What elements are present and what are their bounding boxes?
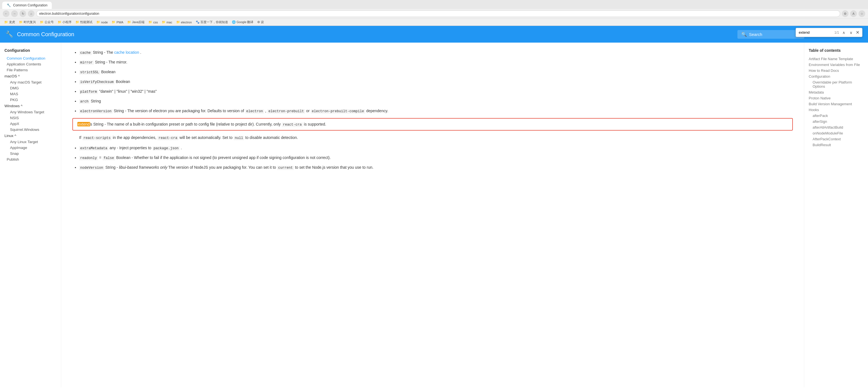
toc-item-afterpackcontext[interactable]: AfterPackContext xyxy=(809,136,864,142)
bookmark-electron[interactable]: 📁 electron xyxy=(175,20,193,25)
code-null: null xyxy=(234,136,244,140)
folder-icon: 📁 xyxy=(19,20,23,24)
sidebar-item-file-patterns[interactable]: File Patterns xyxy=(4,67,57,73)
find-prev-button[interactable]: ∧ xyxy=(841,30,846,35)
toc-item-hooks[interactable]: Hooks xyxy=(809,107,864,113)
bookmark-shidaifuxing[interactable]: 📁 时代复兴 xyxy=(18,20,37,25)
search-box[interactable]: 🔍 Search xyxy=(738,30,804,39)
dep-text: dependency. xyxy=(366,109,388,113)
bookmarks-bar: 📁 龙虎 📁 时代复兴 📁 公众号 📁 小程序 📁 性能测试 📁 node 📁 … xyxy=(0,19,868,26)
desc-platform: "darwin" | "linux" | "win32" | "mas" xyxy=(99,89,157,94)
tab-icon: 🔧 xyxy=(7,3,11,7)
link-cache-location[interactable]: cache location xyxy=(114,50,139,55)
bookmark-google-translate[interactable]: 🌐 Google 翻译 xyxy=(230,20,255,25)
toc-item-artifact[interactable]: Artifact File Name Template xyxy=(809,56,864,62)
back-button[interactable]: ← xyxy=(3,10,9,17)
find-next-button[interactable]: ∨ xyxy=(848,30,854,35)
dot-extra: . xyxy=(181,146,182,150)
code-current: current xyxy=(277,165,294,170)
type-cache: String - The xyxy=(93,50,114,55)
sidebar-item-application-contents[interactable]: Application Contents xyxy=(4,61,57,67)
toc-item-overridable[interactable]: Overridable per Platform Options xyxy=(809,79,864,89)
toc-item-proton-native[interactable]: Proton Native xyxy=(809,95,864,101)
toc-item-buildresult[interactable]: BuildResult xyxy=(809,142,864,148)
extends-rest: s xyxy=(90,122,92,126)
translate-button[interactable]: A xyxy=(850,10,857,17)
bookmark-xingnengceshi[interactable]: 📁 性能测试 xyxy=(74,20,94,25)
refresh-button[interactable]: ↻ xyxy=(20,10,26,17)
list-item-mirror: mirror String - The mirror. xyxy=(79,59,793,65)
home-button[interactable]: ⌂ xyxy=(28,10,34,17)
sidebar-item-pkg[interactable]: PKG xyxy=(4,97,57,103)
code-isverifychecksum: isVerifyChecksum xyxy=(79,80,115,84)
code-arch: arch xyxy=(79,99,90,104)
bookmark-button[interactable]: ☆ xyxy=(859,10,865,17)
code-electronversion: electronVersion xyxy=(79,109,113,114)
find-count: 1/1 xyxy=(834,31,839,34)
sidebar-section-title: Configuration xyxy=(4,48,57,53)
page-layout: Configuration Common Configuration Appli… xyxy=(0,42,868,387)
sidebar-item-squirrel-windows[interactable]: Squirrel.Windows xyxy=(4,127,57,132)
toc-item-afterpack[interactable]: afterPack xyxy=(809,113,864,119)
sidebar-category-windows[interactable]: Windows ^ xyxy=(4,103,57,109)
sidebar-item-nsis[interactable]: NSIS xyxy=(4,115,57,121)
tab-bar: 🔧 Common Configuration xyxy=(0,0,868,9)
equals-readonly: = xyxy=(99,155,102,160)
desc-extrametadata: any - Inject properties to xyxy=(110,146,152,150)
info-text-mid: in the app dependencies, xyxy=(113,135,157,140)
bookmark-xiaochengxu[interactable]: 📁 小程序 xyxy=(56,20,73,25)
main-content: cache String - The cache location . mirr… xyxy=(61,42,804,387)
sidebar-item-any-windows-target[interactable]: Any Windows Target xyxy=(4,109,57,115)
bookmark-java[interactable]: 📁 Java后端 xyxy=(126,20,146,25)
folder-icon: 📁 xyxy=(96,20,100,24)
bookmark-gongzhonghao[interactable]: 📁 公众号 xyxy=(38,20,55,25)
sidebar-item-appimage[interactable]: AppImage xyxy=(4,145,57,151)
list-item-nodeversion: nodeVersion String - libui-based framewo… xyxy=(79,164,793,171)
bookmark-mac[interactable]: 📁 mac xyxy=(160,20,174,25)
bookmark-pwa[interactable]: 📁 PWA xyxy=(110,20,125,25)
toc-item-how-to-read[interactable]: How to Read Docs xyxy=(809,68,864,73)
sidebar-item-appx[interactable]: AppX xyxy=(4,121,57,127)
paw-icon: 🐾 xyxy=(196,20,199,24)
code-react-cra-2: react-cra xyxy=(157,136,179,140)
extensions-button[interactable]: ⚙ xyxy=(842,10,848,17)
sidebar-item-common-configuration[interactable]: Common Configuration xyxy=(4,55,57,61)
desc-extends: String - The name of a built-in configur… xyxy=(93,122,282,126)
url-bar[interactable] xyxy=(36,10,840,17)
site-header: 🔧 Common Configuration 🔍 Search 🐱 electr… xyxy=(0,26,868,42)
list-item-isverifychecksum: isVerifyChecksum Boolean xyxy=(79,79,793,85)
sidebar-item-any-macos-target[interactable]: Any macOS Target xyxy=(4,79,57,85)
bookmark-node[interactable]: 📁 node xyxy=(95,20,109,25)
forward-button[interactable]: → xyxy=(11,10,18,17)
toc-item-configuration[interactable]: Configuration xyxy=(809,73,864,79)
toc-item-env[interactable]: Environment Variables from File xyxy=(809,62,864,68)
toc-item-onnodemodulefile[interactable]: onNodeModuleFile xyxy=(809,130,864,136)
italic-libui: libui-based frameworks only xyxy=(119,165,167,170)
code-nodeversion: nodeVersion xyxy=(79,165,104,170)
bookmark-css[interactable]: 📁 css xyxy=(147,20,159,25)
sidebar-item-dmg[interactable]: DMG xyxy=(4,85,57,91)
sidebar-category-macos[interactable]: macOS ^ xyxy=(4,73,57,79)
find-input[interactable] xyxy=(799,30,832,34)
sidebar-item-mas[interactable]: MAS xyxy=(4,91,57,97)
find-close-button[interactable]: ✕ xyxy=(856,30,859,35)
sidebar-item-publish[interactable]: Publish xyxy=(4,156,57,162)
bookmark-baidu[interactable]: 🐾 百度一下，你就知道 xyxy=(194,20,229,25)
toc-item-build-version[interactable]: Build Version Management xyxy=(809,101,864,107)
folder-icon: 📁 xyxy=(112,20,116,24)
active-tab[interactable]: 🔧 Common Configuration xyxy=(2,2,52,9)
bookmark-longhutang[interactable]: 📁 龙虎 xyxy=(3,20,17,25)
content-list: cache String - The cache location . mirr… xyxy=(72,49,793,114)
list-item-electronversion: electronVersion String - The version of … xyxy=(79,108,793,114)
toc-item-aftersign[interactable]: afterSign xyxy=(809,119,864,124)
sidebar-category-linux[interactable]: Linux ^ xyxy=(4,132,57,139)
extends-highlight-box: extends String - The name of a built-in … xyxy=(72,118,793,130)
toc-item-metadata[interactable]: Metadata xyxy=(809,89,864,95)
toc-item-afterallartifactbuild[interactable]: afterAllArtifactBuild xyxy=(809,124,864,130)
sidebar-item-snap[interactable]: Snap xyxy=(4,151,57,156)
bookmark-settings[interactable]: ⚙ 设 xyxy=(256,20,265,25)
sidebar-item-any-linux-target[interactable]: Any Linux Target xyxy=(4,139,57,145)
info-text-mid2: will be set automatically. Set to xyxy=(180,135,234,140)
folder-icon: 📁 xyxy=(176,20,180,24)
toc-title: Table of contents xyxy=(809,48,864,53)
